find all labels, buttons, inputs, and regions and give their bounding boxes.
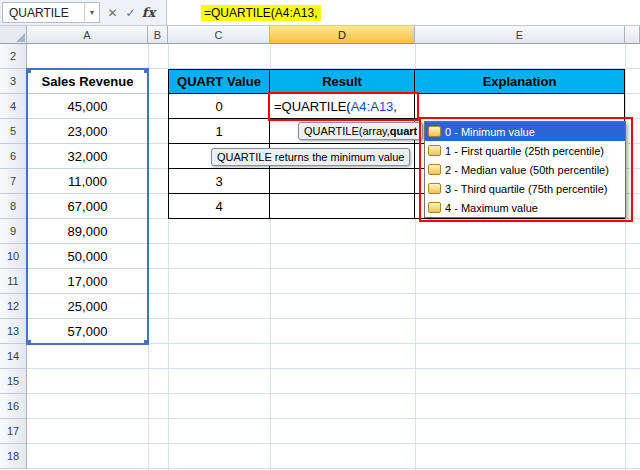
chevron-down-icon[interactable]: ▾ <box>84 3 99 22</box>
argument-description-tooltip: QUARTILE returns the minimum value <box>211 148 410 166</box>
column-header-a[interactable]: A <box>27 26 148 44</box>
argument-description-text: QUARTILE returns the minimum value <box>217 151 404 163</box>
select-all-corner[interactable] <box>0 26 27 44</box>
formula-prefix: =QUARTILE( <box>274 99 351 114</box>
cell-explanation-header[interactable]: Explanation <box>415 69 625 94</box>
cell-sales-value[interactable]: 57,000 <box>27 319 148 344</box>
cell-quart-value[interactable]: 4 <box>168 194 270 219</box>
cell-explanation-empty[interactable] <box>415 94 625 119</box>
column-header-e[interactable]: E <box>415 26 625 44</box>
cell-quart-value[interactable]: 3 <box>168 169 270 194</box>
row-header[interactable]: 8 <box>0 194 27 219</box>
row-header[interactable]: 12 <box>0 294 27 319</box>
dropdown-item-3[interactable]: 3 - Third quartile (75th percentile) <box>425 179 625 198</box>
column-header-f-partial[interactable] <box>625 26 640 44</box>
column-header-c[interactable]: C <box>168 26 270 44</box>
cell-sales-value[interactable]: 11,000 <box>27 169 148 194</box>
row-header[interactable]: 15 <box>0 369 27 394</box>
cell-quart-value-header[interactable]: QUART Value <box>168 69 270 94</box>
row-header[interactable]: 6 <box>0 144 27 169</box>
cell-sales-value[interactable]: 17,000 <box>27 269 148 294</box>
formula-text: =QUARTILE(A4:A13, <box>201 5 321 21</box>
row-header[interactable]: 11 <box>0 269 27 294</box>
enum-constant-icon <box>428 202 441 213</box>
cell-sales-value[interactable]: 50,000 <box>27 244 148 269</box>
cell-sales-value[interactable]: 25,000 <box>27 294 148 319</box>
cell-sales-value[interactable]: 45,000 <box>27 94 148 119</box>
row-header[interactable]: 3 <box>0 69 27 94</box>
column-header-b[interactable]: B <box>148 26 168 44</box>
quart-argument-dropdown: 0 - Minimum value 1 - First quartile (25… <box>424 121 626 218</box>
dropdown-item-4[interactable]: 4 - Maximum value <box>425 198 625 217</box>
cell-sales-value[interactable]: 89,000 <box>27 219 148 244</box>
cell-sales-revenue-header[interactable]: Sales Revenue <box>27 69 148 94</box>
row-header[interactable]: 18 <box>0 444 27 469</box>
dropdown-item-1[interactable]: 1 - First quartile (25th percentile) <box>425 141 625 160</box>
name-box-value: QUARTILE <box>3 6 84 20</box>
cancel-icon[interactable]: ✕ <box>104 4 121 21</box>
row-header[interactable]: 17 <box>0 419 27 444</box>
cell-sales-value[interactable]: 23,000 <box>27 119 148 144</box>
row-header[interactable]: 4 <box>0 94 27 119</box>
formula-bar: QUARTILE ▾ ✕ ✓ fx =QUARTILE(A4:A13, <box>0 0 640 26</box>
cell-result-empty[interactable] <box>270 169 415 194</box>
formula-suffix: , <box>393 99 397 114</box>
cell-d4-active-formula[interactable]: =QUARTILE(A4:A13, <box>270 94 415 119</box>
cell-result-header[interactable]: Result <box>270 69 415 94</box>
row-header[interactable]: 10 <box>0 244 27 269</box>
enum-constant-icon <box>428 164 441 175</box>
dropdown-item-label: 3 - Third quartile (75th percentile) <box>445 183 607 195</box>
function-signature-tooltip: QUARTILE(array, quart <box>298 122 423 140</box>
cell-sales-value[interactable]: 32,000 <box>27 144 148 169</box>
dropdown-item-label: 2 - Median value (50th percentile) <box>445 164 609 176</box>
row-header[interactable]: 9 <box>0 219 27 244</box>
insert-function-icon[interactable]: fx <box>140 4 157 21</box>
row-header[interactable]: 16 <box>0 394 27 419</box>
gridline <box>625 44 626 470</box>
dropdown-item-label: 1 - First quartile (25th percentile) <box>445 145 604 157</box>
dropdown-item-label: 4 - Maximum value <box>445 202 538 214</box>
signature-prefix: QUARTILE(array, <box>304 125 390 137</box>
enter-icon[interactable]: ✓ <box>122 4 139 21</box>
enum-constant-icon <box>428 126 441 137</box>
row-header[interactable]: 2 <box>0 44 27 69</box>
name-box[interactable]: QUARTILE ▾ <box>2 2 100 23</box>
column-header-d[interactable]: D <box>270 26 415 44</box>
dropdown-item-label: 0 - Minimum value <box>445 126 535 138</box>
row-header[interactable]: 5 <box>0 119 27 144</box>
cell-quart-value[interactable]: 1 <box>168 119 270 144</box>
enum-constant-icon <box>428 145 441 156</box>
enum-constant-icon <box>428 183 441 194</box>
formula-input[interactable]: =QUARTILE(A4:A13, <box>166 0 640 25</box>
dropdown-item-2[interactable]: 2 - Median value (50th percentile) <box>425 160 625 179</box>
dropdown-item-0[interactable]: 0 - Minimum value <box>425 122 625 141</box>
cell-sales-value[interactable]: 67,000 <box>27 194 148 219</box>
cell-quart-value[interactable]: 0 <box>168 94 270 119</box>
formula-range-reference: A4:A13 <box>351 99 394 114</box>
signature-current-arg: quart <box>390 125 418 137</box>
row-header[interactable]: 7 <box>0 169 27 194</box>
row-header[interactable]: 14 <box>0 344 27 369</box>
cell-result-empty[interactable] <box>270 194 415 219</box>
row-header[interactable]: 13 <box>0 319 27 344</box>
gridline <box>148 44 149 470</box>
excel-window: QUARTILE ▾ ✕ ✓ fx =QUARTILE(A4:A13, A B … <box>0 0 640 470</box>
